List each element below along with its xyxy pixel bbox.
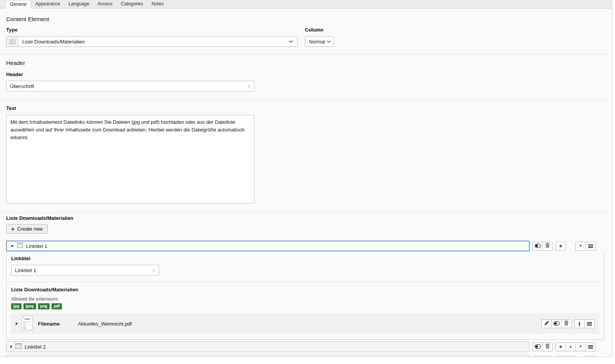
section-divider	[0, 212, 612, 213]
record-3-controls: + ▲	[532, 356, 596, 357]
extension-badge: pdf	[52, 303, 62, 309]
record-move-up-button[interactable]: ▲	[565, 356, 576, 357]
record-hide-toggle-button[interactable]	[532, 356, 543, 357]
extension-badge: jpg	[11, 303, 22, 309]
form-page: General Appearance Language Access Categ…	[0, 0, 612, 357]
section-heading-header: Header	[6, 60, 606, 66]
toggle-icon	[535, 344, 541, 350]
clear-icon[interactable]: ×	[245, 83, 251, 89]
chevron-down-icon	[288, 40, 297, 43]
record-title: Linktitel 2	[25, 344, 46, 350]
header-field-label: Header	[6, 71, 606, 77]
record-1-controls: + ▼	[532, 242, 596, 251]
linktitel-label: Linktitel	[11, 256, 599, 261]
caret-down-icon: ▼	[579, 244, 582, 248]
record-hide-toggle-button[interactable]	[532, 342, 543, 351]
record-icon	[15, 343, 22, 350]
file-info-button[interactable]: i	[574, 319, 585, 328]
create-new-button[interactable]: + Create new	[6, 224, 48, 234]
drag-handle-icon	[588, 344, 593, 350]
create-new-label: Create new	[17, 226, 43, 232]
record-delete-button[interactable]	[542, 356, 553, 357]
filename-value: Aktuelles_Weinrecht.pdf	[78, 321, 132, 327]
tab-categories[interactable]: Categories	[117, 0, 148, 8]
tab-language[interactable]: Language	[64, 0, 93, 8]
caret-down-icon	[11, 245, 14, 247]
record-new-after-button[interactable]: +	[555, 242, 566, 251]
record-new-after-button[interactable]: +	[555, 342, 566, 351]
record-title: Linktitel 1	[26, 243, 47, 249]
record-delete-button[interactable]	[542, 342, 553, 351]
toggle-icon	[535, 243, 541, 249]
header-input-field[interactable]	[10, 83, 245, 89]
plus-icon: +	[559, 243, 562, 249]
file-hide-toggle-button[interactable]	[551, 319, 562, 328]
type-label: Type	[6, 27, 298, 33]
allowed-extensions-badges: jpg jpeg png pdf	[11, 303, 599, 309]
plus-icon: +	[559, 344, 562, 349]
tab-general[interactable]: General	[5, 0, 31, 8]
record-row-2: Linktitel 2 + ▲ ▼	[6, 341, 606, 352]
linktitel-field-section: Linktitel ×	[7, 251, 604, 282]
record-header-linktitel-1[interactable]: Linktitel 1	[6, 241, 530, 251]
record-header-linktitel-3[interactable]: Linktitel 3	[6, 355, 530, 357]
caret-down-icon: ▼	[579, 345, 582, 348]
record-drag-handle-button[interactable]	[585, 342, 596, 351]
linktitel-input-field[interactable]	[15, 268, 150, 273]
extension-badge: jpeg	[23, 303, 36, 309]
info-icon: i	[578, 321, 580, 326]
record-move-up-button[interactable]: ▲	[565, 342, 576, 351]
drag-handle-icon	[587, 321, 592, 327]
header-input[interactable]: ×	[6, 81, 254, 91]
text-field-label: Text	[6, 105, 606, 111]
linktitel-input[interactable]: ×	[11, 265, 159, 276]
record-row-3: Linktitel 3 + ▲	[6, 355, 606, 357]
plus-icon: +	[11, 226, 15, 232]
caret-right-icon[interactable]	[16, 322, 18, 325]
record-icon	[17, 243, 23, 249]
record-move-down-button[interactable]: ▼	[575, 342, 586, 351]
caret-up-icon: ▲	[569, 345, 572, 348]
section-heading-content-element: Content Element	[6, 16, 606, 22]
type-select[interactable]: Liste Downloads/Materialien	[6, 36, 298, 47]
tab-bar: General Appearance Language Access Categ…	[0, 0, 612, 8]
section-divider	[0, 54, 612, 54]
tab-appearance[interactable]: Appearance	[31, 0, 65, 8]
column-select-value: Normal	[305, 39, 327, 45]
record-new-after-button[interactable]: +	[555, 356, 566, 357]
trash-icon	[545, 344, 550, 350]
allowed-extensions-label: Allowed file extensions	[11, 296, 599, 302]
column-label: Column	[305, 27, 334, 33]
pencil-icon	[544, 321, 549, 327]
tab-notes[interactable]: Notes	[148, 0, 168, 8]
file-record-row: Filename Aktuelles_Weinrecht.pdf	[11, 313, 599, 334]
text-textarea[interactable]: Mit dem Inhaltselement Dateilinks können…	[6, 115, 254, 203]
section-divider	[0, 100, 612, 100]
trash-icon	[564, 321, 568, 327]
record-drag-handle-button[interactable]	[585, 242, 596, 251]
record-hide-toggle-button[interactable]	[532, 242, 543, 251]
chevron-down-icon	[327, 40, 335, 43]
column-select[interactable]: Normal	[305, 36, 334, 47]
record-2-controls: + ▲ ▼	[532, 342, 596, 351]
tab-access[interactable]: Access	[93, 0, 117, 8]
record-row-1: Linktitel 1 + ▼	[6, 241, 606, 251]
record-delete-button[interactable]	[542, 242, 553, 251]
record-1-body: Linktitel × Liste Downloads/Materialien …	[6, 251, 604, 340]
trash-icon	[545, 243, 550, 249]
file-controls: i	[541, 319, 595, 328]
file-edit-button[interactable]	[541, 319, 552, 328]
file-drag-handle-button[interactable]	[584, 319, 595, 328]
record-move-down-button[interactable]: ▼	[575, 242, 586, 251]
clear-icon[interactable]: ×	[150, 268, 155, 273]
pdf-thumbnail	[22, 316, 33, 332]
drag-handle-icon	[588, 243, 593, 249]
filename-label: Filename	[38, 321, 78, 327]
toggle-icon	[554, 321, 560, 327]
record-header-linktitel-2[interactable]: Linktitel 2	[6, 341, 530, 352]
record-drag-handle-button[interactable]	[585, 356, 596, 357]
record-files-section: Liste Downloads/Materialien Allowed file…	[7, 282, 604, 339]
file-delete-button[interactable]	[561, 319, 572, 328]
caret-right-icon	[10, 345, 12, 348]
content-type-list-icon	[7, 37, 18, 47]
